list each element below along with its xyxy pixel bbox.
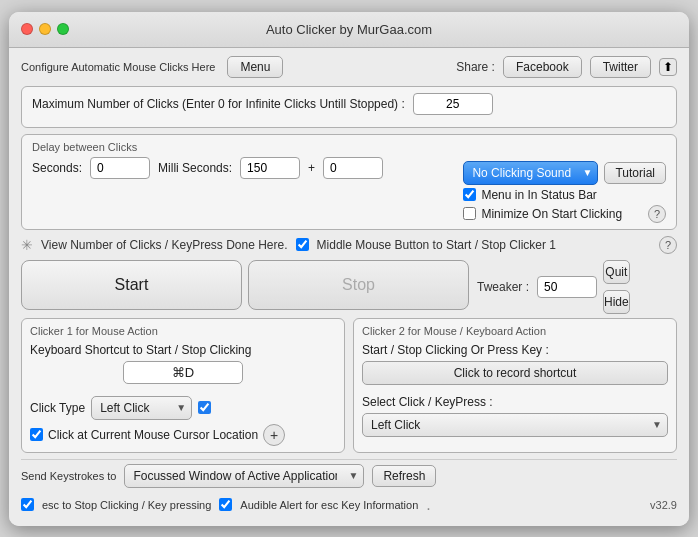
stop-button[interactable]: Stop: [248, 260, 469, 310]
click-type-row: Click Type Left Click Right Click Middle…: [30, 396, 336, 420]
right-column: Tweaker : Quit Hide: [477, 260, 677, 318]
clicker2-box: Clicker 2 for Mouse / Keyboard Action St…: [353, 318, 677, 453]
plus-sign: +: [308, 161, 315, 175]
clicker2-title: Clicker 2 for Mouse / Keyboard Action: [362, 325, 668, 337]
left-column: Start Stop: [21, 260, 469, 318]
close-button[interactable]: [21, 23, 33, 35]
footer-keystroke-row: Send Keystrokes to Focussed Window of Ac…: [21, 459, 677, 492]
max-clicks-section: Maximum Number of Clicks (Enter 0 for In…: [21, 86, 677, 128]
minimize-checkbox[interactable]: [463, 207, 476, 220]
sound-select[interactable]: No Clicking Sound Clicking Sound: [463, 161, 598, 185]
start-stop-row: Start Stop: [21, 260, 469, 310]
max-clicks-row: Maximum Number of Clicks (Enter 0 for In…: [32, 93, 666, 115]
menu-status-row: Menu in In Status Bar: [463, 188, 666, 202]
traffic-lights: [21, 23, 69, 35]
location-checkbox[interactable]: [30, 428, 43, 441]
delay-section: Delay between Clicks Seconds: Milli Seco…: [21, 134, 677, 230]
tweaker-row: Tweaker :: [477, 276, 597, 298]
max-clicks-input[interactable]: [413, 93, 493, 115]
middle-mouse-label: Middle Mouse Button to Start / Stop Clic…: [317, 238, 556, 252]
add-location-button[interactable]: +: [263, 424, 285, 446]
quit-button[interactable]: Quit: [603, 260, 630, 284]
clicker1-title: Clicker 1 for Mouse Action: [30, 325, 336, 337]
minimize-row: Minimize On Start Clicking ?: [463, 205, 666, 223]
window-content: Configure Automatic Mouse Clicks Here Me…: [9, 48, 689, 526]
top-bar: Configure Automatic Mouse Clicks Here Me…: [21, 56, 677, 78]
fullscreen-button[interactable]: [57, 23, 69, 35]
bottom-cols: Clicker 1 for Mouse Action Keyboard Shor…: [21, 318, 677, 453]
version-label: v32.9: [650, 499, 677, 511]
record-shortcut-button[interactable]: Click to record shortcut: [362, 361, 668, 385]
plus-input[interactable]: [323, 157, 383, 179]
titlebar: Auto Clicker by MurGaa.com: [9, 12, 689, 48]
esc-stop-label: esc to Stop Clicking / Key pressing: [42, 499, 211, 511]
max-clicks-label: Maximum Number of Clicks (Enter 0 for In…: [32, 97, 405, 111]
minimize-button[interactable]: [39, 23, 51, 35]
seconds-label: Seconds:: [32, 161, 82, 175]
shortcut-display: ⌘D: [123, 361, 243, 384]
main-window: Auto Clicker by MurGaa.com Configure Aut…: [9, 12, 689, 526]
tweaker-label: Tweaker :: [477, 280, 529, 294]
audible-alert-label: Audible Alert for esc Key Information: [240, 499, 418, 511]
location-row: Click at Current Mouse Cursor Location +: [30, 424, 336, 446]
window-title: Auto Clicker by MurGaa.com: [266, 22, 432, 37]
minimize-label: Minimize On Start Clicking: [481, 207, 622, 221]
view-clicks-text: View Number of Clicks / KeyPress Done He…: [41, 238, 288, 252]
menu-status-checkbox[interactable]: [463, 188, 476, 201]
click-type-select-wrapper: Left Click Right Click Middle Click ▼: [91, 396, 192, 420]
click-type-checkbox[interactable]: [198, 401, 211, 414]
tutorial-button[interactable]: Tutorial: [604, 162, 666, 184]
menu-status-label: Menu in In Status Bar: [481, 188, 596, 202]
middle-mouse-checkbox[interactable]: [296, 238, 309, 251]
share-icon[interactable]: ⬆: [659, 58, 677, 76]
configure-label: Configure Automatic Mouse Clicks Here: [21, 61, 215, 73]
middle-mouse-help-button[interactable]: ?: [659, 236, 677, 254]
shortcut-title: Keyboard Shortcut to Start / Stop Clicki…: [30, 343, 336, 357]
clicker2-click-select[interactable]: Left Click Right Click Middle Click: [362, 413, 668, 437]
facebook-button[interactable]: Facebook: [503, 56, 582, 78]
sound-row: No Clicking Sound Clicking Sound ▼ Tutor…: [463, 161, 666, 185]
minimize-help-button[interactable]: ?: [648, 205, 666, 223]
twitter-button[interactable]: Twitter: [590, 56, 651, 78]
clicker2-select-wrapper: Left Click Right Click Middle Click ▼: [362, 413, 668, 437]
share-label: Share :: [456, 60, 495, 74]
main-area: Start Stop Tweaker : Quit Hide: [21, 260, 677, 318]
ms-label: Milli Seconds:: [158, 161, 232, 175]
tweaker-input[interactable]: [537, 276, 597, 298]
clicker2-start-stop-label: Start / Stop Clicking Or Press Key :: [362, 343, 668, 357]
keystroke-select[interactable]: Focussed Window of Active Application: [124, 464, 364, 488]
keystroke-label: Send Keystrokes to: [21, 470, 116, 482]
hide-button[interactable]: Hide: [603, 290, 630, 314]
ms-input[interactable]: [240, 157, 300, 179]
start-button[interactable]: Start: [21, 260, 242, 310]
keystroke-select-wrapper: Focussed Window of Active Application ▼: [124, 464, 364, 488]
delay-row: Seconds: Milli Seconds: +: [32, 157, 383, 179]
seconds-input[interactable]: [90, 157, 150, 179]
click-type-select[interactable]: Left Click Right Click Middle Click: [91, 396, 192, 420]
menu-button[interactable]: Menu: [227, 56, 283, 78]
bottom-footer: esc to Stop Clicking / Key pressing Audi…: [21, 492, 677, 516]
auto-icon: ✳: [21, 237, 33, 253]
select-click-label: Select Click / KeyPress :: [362, 395, 668, 409]
quit-hide-col: Quit Hide: [603, 260, 630, 314]
location-label: Click at Current Mouse Cursor Location: [48, 428, 258, 442]
esc-stop-checkbox[interactable]: [21, 498, 34, 511]
click-type-label: Click Type: [30, 401, 85, 415]
audible-alert-checkbox[interactable]: [219, 498, 232, 511]
delay-section-label: Delay between Clicks: [32, 141, 666, 153]
clicker1-box: Clicker 1 for Mouse Action Keyboard Shor…: [21, 318, 345, 453]
sound-select-wrapper: No Clicking Sound Clicking Sound ▼: [463, 161, 598, 185]
refresh-button[interactable]: Refresh: [372, 465, 436, 487]
dot: .: [426, 496, 430, 514]
